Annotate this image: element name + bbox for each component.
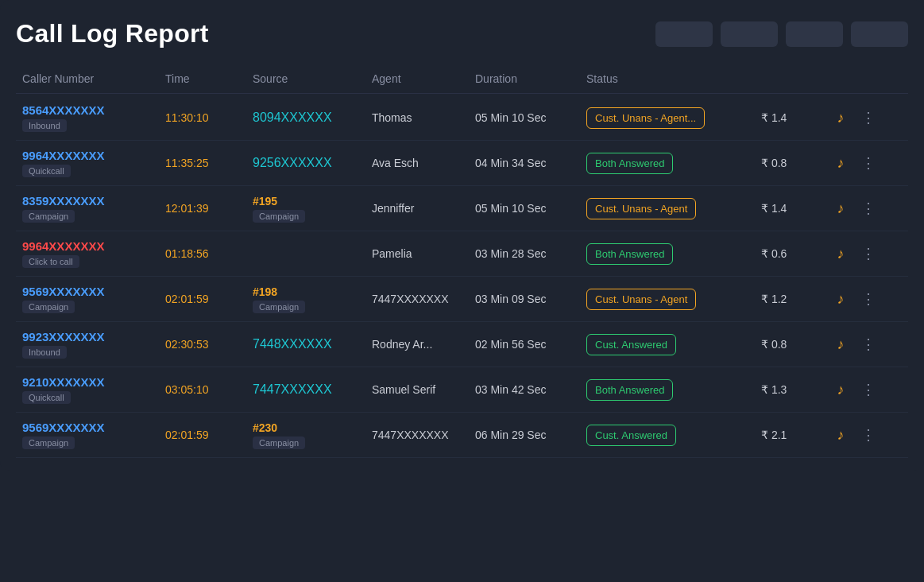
col-time: Time — [165, 72, 253, 85]
duration-cell: 02 Min 56 Sec — [475, 338, 586, 351]
play-audio-icon[interactable]: ♪ — [825, 291, 856, 308]
status-badge: Cust. Unans - Agent — [586, 198, 696, 219]
status-badge: Both Answered — [586, 243, 673, 265]
time-cell: 12:01:39 — [165, 202, 253, 215]
agent-cell: Samuel Serif — [372, 383, 475, 396]
call-type-badge: Inbound — [22, 119, 67, 132]
duration-cell: 04 Min 34 Sec — [475, 157, 586, 169]
play-audio-icon[interactable]: ♪ — [825, 155, 856, 172]
call-type-badge: Campaign — [22, 436, 75, 449]
table-row: 8564XXXXXXXInbound11:30:108094XXXXXXThom… — [16, 95, 908, 141]
caller-number[interactable]: 9569XXXXXXX — [22, 285, 165, 298]
play-audio-icon[interactable]: ♪ — [825, 336, 856, 353]
caller-number[interactable]: 9210XXXXXXX — [22, 375, 165, 389]
duration-cell: 03 Min 42 Sec — [475, 383, 586, 396]
header: Call Log Report — [16, 19, 908, 48]
more-options-icon[interactable]: ⋮ — [856, 336, 880, 353]
status-badge: Cust. Unans - Agent... — [586, 107, 705, 129]
status-badge: Cust. Answered — [586, 334, 676, 355]
campaign-badge: Campaign — [253, 210, 305, 223]
caller-number[interactable]: 9569XXXXXXX — [22, 421, 165, 434]
status-cell: Cust. Answered — [586, 334, 761, 355]
table-header: Caller Number Time Source Agent Duration… — [16, 68, 908, 94]
header-btn-2[interactable] — [721, 21, 778, 47]
more-options-icon[interactable]: ⋮ — [856, 381, 880, 398]
source-cell: #230Campaign — [253, 421, 372, 449]
agent-cell: 7447XXXXXXX — [372, 429, 475, 441]
time-cell: 11:30:10 — [165, 111, 253, 124]
caller-number[interactable]: 8564XXXXXXX — [22, 103, 165, 117]
status-badge: Cust. Unans - Agent — [586, 289, 696, 310]
col-more — [856, 72, 880, 85]
caller-cell: 9964XXXXXXXClick to call — [22, 239, 165, 268]
caller-cell: 9210XXXXXXXQuickcall — [22, 375, 165, 404]
col-price — [761, 72, 825, 85]
status-badge: Both Answered — [586, 153, 673, 174]
more-options-icon[interactable]: ⋮ — [856, 109, 880, 126]
caller-cell: 8359XXXXXXXCampaign — [22, 194, 165, 223]
col-caller-number: Caller Number — [22, 72, 165, 85]
play-audio-icon[interactable]: ♪ — [825, 427, 856, 444]
source-cell: 8094XXXXXX — [253, 111, 372, 125]
agent-cell: Thomas — [372, 111, 475, 124]
source-number[interactable]: 8094XXXXXX — [253, 111, 372, 125]
play-audio-icon[interactable]: ♪ — [825, 110, 856, 126]
time-cell: 02:30:53 — [165, 338, 253, 351]
call-type-badge: Inbound — [22, 346, 67, 359]
caller-number[interactable]: 9964XXXXXXX — [22, 149, 165, 162]
caller-number[interactable]: 9923XXXXXXX — [22, 330, 165, 343]
header-btn-4[interactable] — [851, 21, 908, 47]
more-options-icon[interactable]: ⋮ — [856, 154, 880, 172]
price-cell: ₹ 1.3 — [761, 383, 825, 396]
source-number[interactable]: 7447XXXXXX — [253, 382, 372, 397]
status-cell: Both Answered — [586, 379, 761, 401]
source-cell: #198Campaign — [253, 285, 372, 313]
source-number[interactable]: 7448XXXXXX — [253, 337, 372, 351]
more-options-icon[interactable]: ⋮ — [856, 290, 880, 308]
source-cell: 9256XXXXXX — [253, 156, 372, 170]
agent-cell: Rodney Ar... — [372, 338, 475, 351]
play-audio-icon[interactable]: ♪ — [825, 200, 856, 217]
time-cell: 03:05:10 — [165, 383, 253, 396]
table-row: 9569XXXXXXXCampaign02:01:59#198Campaign7… — [16, 277, 908, 322]
caller-number[interactable]: 8359XXXXXXX — [22, 194, 165, 208]
main-container: Call Log Report Caller Number Time Sourc… — [0, 0, 924, 471]
time-cell: 11:35:25 — [165, 157, 253, 169]
call-type-badge: Click to call — [22, 255, 79, 268]
agent-cell: 7447XXXXXXX — [372, 293, 475, 305]
duration-cell: 06 Min 29 Sec — [475, 429, 586, 441]
source-campaign: #198 — [253, 285, 372, 298]
duration-cell: 05 Min 10 Sec — [475, 111, 586, 124]
caller-number[interactable]: 9964XXXXXXX — [22, 239, 165, 253]
table-row: 9923XXXXXXXInbound02:30:537448XXXXXXRodn… — [16, 322, 908, 367]
more-options-icon[interactable]: ⋮ — [856, 245, 880, 262]
status-cell: Cust. Unans - Agent — [586, 198, 761, 219]
header-btn-1[interactable] — [655, 21, 713, 47]
agent-cell: Jenniffer — [372, 202, 475, 215]
source-number[interactable]: 9256XXXXXX — [253, 156, 372, 170]
more-options-icon[interactable]: ⋮ — [856, 426, 880, 444]
col-duration: Duration — [475, 72, 586, 85]
price-cell: ₹ 0.6 — [761, 247, 825, 260]
status-cell: Cust. Unans - Agent — [586, 289, 761, 310]
more-options-icon[interactable]: ⋮ — [856, 200, 880, 217]
duration-cell: 05 Min 10 Sec — [475, 202, 586, 215]
status-cell: Both Answered — [586, 243, 761, 265]
table-row: 9964XXXXXXXClick to call01:18:56Pamelia0… — [16, 231, 908, 277]
status-cell: Cust. Answered — [586, 425, 761, 446]
header-btn-3[interactable] — [786, 21, 843, 47]
price-cell: ₹ 0.8 — [761, 338, 825, 351]
play-audio-icon[interactable]: ♪ — [825, 382, 856, 398]
source-cell: 7448XXXXXX — [253, 337, 372, 351]
source-cell: #195Campaign — [253, 195, 372, 223]
col-agent: Agent — [372, 72, 475, 85]
col-audio — [825, 72, 856, 85]
play-audio-icon[interactable]: ♪ — [825, 246, 856, 262]
duration-cell: 03 Min 28 Sec — [475, 247, 586, 260]
duration-cell: 03 Min 09 Sec — [475, 293, 586, 305]
caller-cell: 8564XXXXXXXInbound — [22, 103, 165, 132]
source-campaign: #195 — [253, 195, 372, 208]
price-cell: ₹ 1.4 — [761, 202, 825, 215]
table-body: 8564XXXXXXXInbound11:30:108094XXXXXXThom… — [16, 95, 908, 458]
col-status: Status — [586, 72, 761, 85]
